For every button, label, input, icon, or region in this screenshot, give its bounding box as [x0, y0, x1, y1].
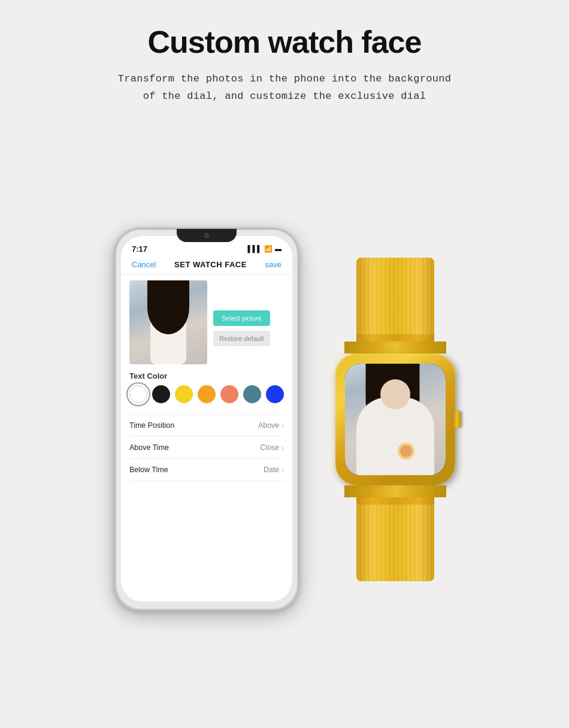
color-dot-blue[interactable]: [266, 385, 284, 403]
watch-person-body: [356, 397, 434, 475]
above-time-value: Close ›: [260, 443, 284, 452]
setting-row-time-position[interactable]: Time Position Above ›: [129, 415, 284, 437]
signal-icon: ▌▌▌: [248, 245, 262, 252]
watch-body: [335, 354, 455, 485]
watch-screen: [345, 364, 446, 475]
setting-row-above-time[interactable]: Above Time Close ›: [129, 437, 284, 459]
photo-preview-area: Select picture Restore default: [129, 280, 284, 364]
below-time-label: Below Time: [129, 466, 168, 474]
screen-title: SET WATCH FACE: [174, 260, 247, 269]
cancel-label[interactable]: Cancel: [132, 260, 156, 269]
color-dots-row: [129, 385, 284, 403]
restore-default-button[interactable]: Restore default: [213, 331, 270, 346]
time-position-label: Time Position: [129, 421, 174, 430]
band-connector-bottom: [344, 485, 446, 497]
time-position-value: Above ›: [258, 421, 284, 430]
watch-container: [335, 258, 455, 581]
setting-row-below-time[interactable]: Below Time Date ›: [129, 459, 284, 481]
buttons-column: Select picture Restore default: [213, 280, 270, 364]
chevron-right-icon: ›: [282, 422, 284, 429]
chevron-right-icon-3: ›: [282, 466, 284, 473]
chevron-right-icon-2: ›: [282, 444, 284, 451]
phone-screen: 7:17 ▌▌▌ 📶 ▬ Cancel SET WATCH FACE save: [121, 236, 292, 602]
color-dot-yellow[interactable]: [175, 385, 193, 403]
battery-icon: ▬: [275, 245, 282, 252]
color-dot-white[interactable]: [129, 385, 147, 403]
phone-content: Select picture Restore default Text Colo…: [121, 274, 292, 602]
band-connector-top: [344, 342, 446, 354]
color-dot-orange[interactable]: [198, 385, 216, 403]
below-time-value: Date ›: [264, 466, 284, 474]
nav-bar: Cancel SET WATCH FACE save: [121, 258, 292, 274]
wifi-icon: 📶: [264, 245, 273, 253]
hair-overlay: [147, 280, 189, 334]
phone-notch: [177, 229, 237, 242]
front-camera-icon: [204, 233, 209, 238]
text-color-label: Text Color: [129, 371, 284, 380]
save-label[interactable]: save: [265, 260, 282, 269]
page-title: Custom watch face: [148, 24, 422, 60]
photo-thumbnail: [129, 280, 207, 364]
status-icons: ▌▌▌ 📶 ▬: [248, 245, 282, 253]
watch-band-top: [356, 258, 434, 342]
page-subtitle: Transform the photos in the phone into t…: [118, 71, 452, 105]
watch-screen-image: [345, 364, 446, 475]
color-dot-teal[interactable]: [243, 385, 261, 403]
page-container: Custom watch face Transform the photos i…: [0, 0, 569, 728]
phone-shell: 7:17 ▌▌▌ 📶 ▬ Cancel SET WATCH FACE save: [114, 228, 299, 611]
watch-band-bottom: [356, 497, 434, 581]
devices-row: 7:17 ▌▌▌ 📶 ▬ Cancel SET WATCH FACE save: [114, 129, 455, 710]
above-time-label: Above Time: [129, 443, 169, 452]
color-dot-salmon[interactable]: [220, 385, 238, 403]
watch-crown: [453, 411, 461, 428]
status-time: 7:17: [132, 244, 147, 253]
select-picture-button[interactable]: Select picture: [213, 310, 270, 326]
settings-rows: Time Position Above › Above Time Close ›: [129, 414, 284, 481]
text-color-section: Text Color: [129, 371, 284, 414]
color-dot-black[interactable]: [152, 385, 170, 403]
